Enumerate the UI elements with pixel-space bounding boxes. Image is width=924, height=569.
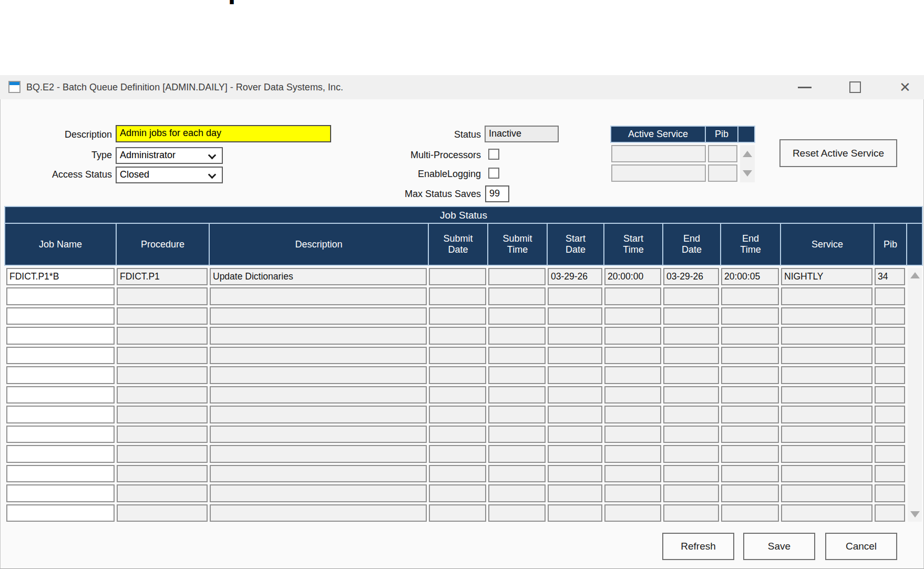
job-cell-r1-service[interactable]: NIGHTLY <box>781 268 872 285</box>
max-status-saves-input[interactable]: 99 <box>485 185 509 202</box>
job-cell-r7-start-date[interactable] <box>548 386 602 404</box>
job-cell-r10-submit-time[interactable] <box>488 445 546 462</box>
job-cell-r9-submit-date[interactable] <box>429 426 486 443</box>
job-cell-r2-submit-time[interactable] <box>488 287 546 305</box>
reset-active-service-button[interactable]: Reset Active Service <box>779 139 897 167</box>
job-cell-r1-description[interactable]: Update Dictionaries <box>210 268 427 285</box>
job-cell-r7-submit-time[interactable] <box>488 386 546 404</box>
job-cell-r13-pib[interactable] <box>875 504 905 522</box>
job-cell-r4-start-time[interactable] <box>604 327 661 344</box>
job-cell-r11-end-date[interactable] <box>663 465 719 482</box>
job-cell-r6-pib[interactable] <box>875 366 905 384</box>
job-cell-r13-description[interactable] <box>210 504 427 522</box>
job-cell-r1-submit-date[interactable] <box>429 268 486 285</box>
job-cell-r6-start-date[interactable] <box>548 366 602 384</box>
minimize-button[interactable] <box>793 75 817 99</box>
job-cell-r3-service[interactable] <box>781 307 872 325</box>
job-cell-r6-submit-time[interactable] <box>488 366 546 384</box>
job-cell-r8-end-time[interactable] <box>721 406 779 423</box>
job-cell-r11-description[interactable] <box>210 465 427 482</box>
job-cell-r12-submit-date[interactable] <box>429 484 486 502</box>
job-cell-r2-end-time[interactable] <box>721 287 779 305</box>
job-cell-r10-end-time[interactable] <box>721 445 779 462</box>
job-cell-r5-start-time[interactable] <box>604 347 661 364</box>
job-cell-r9-start-time[interactable] <box>604 426 661 443</box>
job-cell-r13-start-date[interactable] <box>548 504 602 522</box>
job-cell-r6-end-time[interactable] <box>721 366 779 384</box>
job-cell-r6-start-time[interactable] <box>604 366 661 384</box>
job-cell-r5-description[interactable] <box>210 347 427 364</box>
job-cell-r1-start-date[interactable]: 03-29-26 <box>548 268 602 285</box>
job-cell-r11-procedure[interactable] <box>117 465 208 482</box>
job-cell-r2-procedure[interactable] <box>117 287 208 305</box>
job-cell-r4-submit-date[interactable] <box>429 327 486 344</box>
job-cell-r9-submit-time[interactable] <box>488 426 546 443</box>
job-cell-r10-procedure[interactable] <box>117 445 208 462</box>
job-cell-r13-submit-time[interactable] <box>488 504 546 522</box>
job-cell-r4-service[interactable] <box>781 327 872 344</box>
job-cell-r9-start-date[interactable] <box>548 426 602 443</box>
job-cell-r7-submit-date[interactable] <box>429 386 486 404</box>
active-service-scrollbar[interactable] <box>740 145 755 182</box>
job-cell-r2-job-name[interactable] <box>6 287 115 305</box>
maximize-button[interactable] <box>843 75 867 99</box>
save-button[interactable]: Save <box>743 533 815 560</box>
job-cell-r6-description[interactable] <box>210 366 427 384</box>
job-cell-r8-procedure[interactable] <box>117 406 208 423</box>
job-cell-r11-job-name[interactable] <box>6 465 115 482</box>
job-cell-r3-submit-date[interactable] <box>429 307 486 325</box>
description-input[interactable]: Admin jobs for each day <box>116 125 331 142</box>
job-cell-r12-submit-time[interactable] <box>488 484 546 502</box>
job-cell-r5-procedure[interactable] <box>117 347 208 364</box>
job-cell-r8-start-date[interactable] <box>548 406 602 423</box>
job-cell-r3-job-name[interactable] <box>6 307 115 325</box>
job-cell-r2-end-date[interactable] <box>663 287 719 305</box>
job-cell-r11-pib[interactable] <box>875 465 905 482</box>
job-cell-r3-procedure[interactable] <box>117 307 208 325</box>
job-cell-r8-submit-date[interactable] <box>429 406 486 423</box>
job-cell-r4-description[interactable] <box>210 327 427 344</box>
close-button[interactable]: ✕ <box>893 75 917 99</box>
job-cell-r1-end-date[interactable]: 03-29-26 <box>663 268 719 285</box>
enable-logging-checkbox[interactable] <box>488 168 499 179</box>
job-cell-r12-service[interactable] <box>781 484 872 502</box>
job-cell-r4-end-time[interactable] <box>721 327 779 344</box>
job-cell-r6-procedure[interactable] <box>117 366 208 384</box>
job-cell-r10-description[interactable] <box>210 445 427 462</box>
job-cell-r9-pib[interactable] <box>875 426 905 443</box>
job-cell-r4-pib[interactable] <box>875 327 905 344</box>
job-cell-r1-pib[interactable]: 34 <box>875 268 905 285</box>
job-cell-r3-start-date[interactable] <box>548 307 602 325</box>
job-cell-r12-description[interactable] <box>210 484 427 502</box>
job-cell-r8-job-name[interactable] <box>6 406 115 423</box>
job-cell-r2-service[interactable] <box>781 287 872 305</box>
job-cell-r11-start-time[interactable] <box>604 465 661 482</box>
job-cell-r3-pib[interactable] <box>875 307 905 325</box>
job-cell-r4-start-date[interactable] <box>548 327 602 344</box>
job-cell-r3-start-time[interactable] <box>604 307 661 325</box>
job-cell-r4-procedure[interactable] <box>117 327 208 344</box>
job-cell-r1-procedure[interactable]: FDICT.P1 <box>117 268 208 285</box>
job-cell-r1-end-time[interactable]: 20:00:05 <box>721 268 779 285</box>
job-cell-r1-start-time[interactable]: 20:00:00 <box>604 268 661 285</box>
job-cell-r7-description[interactable] <box>210 386 427 404</box>
job-cell-r13-service[interactable] <box>781 504 872 522</box>
scroll-up-icon[interactable] <box>910 272 920 278</box>
job-cell-r3-end-date[interactable] <box>663 307 719 325</box>
job-cell-r9-description[interactable] <box>210 426 427 443</box>
job-cell-r12-job-name[interactable] <box>6 484 115 502</box>
job-cell-r3-submit-time[interactable] <box>488 307 546 325</box>
job-cell-r12-start-time[interactable] <box>604 484 661 502</box>
job-cell-r13-job-name[interactable] <box>6 504 115 522</box>
job-cell-r5-submit-date[interactable] <box>429 347 486 364</box>
job-cell-r6-submit-date[interactable] <box>429 366 486 384</box>
job-cell-r6-end-date[interactable] <box>663 366 719 384</box>
job-cell-r5-pib[interactable] <box>875 347 905 364</box>
job-cell-r5-end-time[interactable] <box>721 347 779 364</box>
job-cell-r13-start-time[interactable] <box>604 504 661 522</box>
job-cell-r11-service[interactable] <box>781 465 872 482</box>
job-cell-r12-pib[interactable] <box>875 484 905 502</box>
job-cell-r4-end-date[interactable] <box>663 327 719 344</box>
job-cell-r3-end-time[interactable] <box>721 307 779 325</box>
job-cell-r6-job-name[interactable] <box>6 366 115 384</box>
